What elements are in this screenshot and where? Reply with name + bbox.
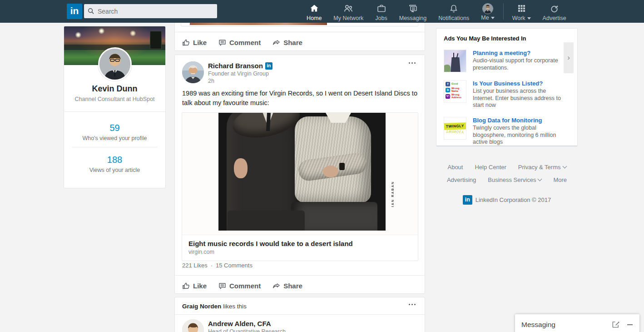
ad-headline[interactable]: Blog Data for Monitoring <box>473 117 564 124</box>
author-headline: Head of Quantitative Research <box>208 328 286 332</box>
messaging-panel[interactable]: Messaging <box>515 314 639 332</box>
search-input[interactable] <box>98 8 207 15</box>
nav-item-jobs[interactable]: Jobs <box>369 0 393 23</box>
stat-profile-views[interactable]: 59 Who's viewed your profile <box>64 119 165 147</box>
nav-item-work[interactable]: Work <box>506 0 537 23</box>
me-avatar <box>482 3 493 14</box>
footer-link-help-center[interactable]: Help Center <box>475 164 506 171</box>
share-button[interactable]: Share <box>272 282 302 290</box>
ad-image-listing[interactable]: f Good b Wrong Name Y! Wrong Address <box>444 80 466 103</box>
jobs-icon <box>376 3 387 14</box>
nav-item-messaging[interactable]: Messaging <box>393 0 432 23</box>
bing-icon: b <box>446 88 450 92</box>
profile-card: Kevin Dunn Channel Consultant at HubSpot… <box>64 26 166 188</box>
ads-title: Ads You May Be Interested In <box>444 35 570 42</box>
linkedin-logo[interactable]: in <box>67 4 82 19</box>
ad-headline[interactable]: Planning a meeting? <box>473 50 564 56</box>
nav-item-my-network[interactable]: My Network <box>327 0 369 23</box>
footer-link-privacy-terms[interactable]: Privacy & Terms <box>518 164 566 171</box>
footer-link-business-services[interactable]: Business Services <box>488 176 541 183</box>
share-icon <box>272 39 280 46</box>
compose-icon <box>612 321 619 328</box>
ad-item-meeting: Planning a meeting? Audio-visual support… <box>444 50 570 72</box>
comment-button[interactable]: Comment <box>218 282 261 290</box>
profile-avatar-photo <box>99 49 130 80</box>
link-domain: virgin.com <box>188 249 411 255</box>
ad-description: Audio-visual support for corporate prese… <box>473 57 564 71</box>
share-button[interactable]: Share <box>272 39 302 46</box>
author-avatar-photo <box>182 61 204 83</box>
overflow-menu-icon[interactable] <box>407 302 417 307</box>
copyright-text: LinkedIn Corporation © 2017 <box>476 196 551 203</box>
linkedin-footer-logo: in <box>463 195 472 205</box>
comment-button[interactable]: Comment <box>218 39 261 46</box>
nav-divider <box>503 3 504 20</box>
profile-name[interactable]: Kevin Dunn <box>69 84 160 94</box>
ad-description: Twingly covers the global blogosphere, m… <box>473 125 564 146</box>
ad-item-listing: f Good b Wrong Name Y! Wrong Address Is … <box>444 80 570 109</box>
like-icon <box>182 39 190 46</box>
author-headline: Founder at Virgin Group <box>208 70 272 77</box>
nav-item-home[interactable]: Home <box>301 0 327 23</box>
profile-headline: Channel Consultant at HubSpot <box>69 96 160 102</box>
nav-item-advertise[interactable]: Advertise <box>537 0 572 23</box>
post-action-bar: Like Comment Share <box>175 34 425 50</box>
post-card-liked: Graig Norden likes this Andrew Alden, CF… <box>174 297 425 332</box>
dot-separator: · <box>211 262 213 269</box>
stat-article-views[interactable]: 188 Views of your article <box>72 147 157 179</box>
nav-item-notifications[interactable]: Notifications <box>432 0 475 23</box>
ad-headline[interactable]: Is Your Business Listed? <box>473 80 564 87</box>
messaging-icon <box>407 3 418 14</box>
post-photo: IAN RABAN <box>182 113 418 235</box>
author-avatar[interactable] <box>182 61 204 83</box>
footer-link-advertising[interactable]: Advertising <box>447 176 476 183</box>
post-link-preview[interactable]: IAN RABAN Eight music records I would ta… <box>182 112 418 261</box>
like-button[interactable]: Like <box>182 282 207 290</box>
link-title[interactable]: Eight music records I would take to a de… <box>188 240 411 247</box>
chevron-down-icon <box>538 177 542 181</box>
like-button[interactable]: Like <box>182 39 207 46</box>
ad-image-podium[interactable] <box>444 50 466 72</box>
author-name[interactable]: Richard Branson <box>208 62 263 70</box>
influencer-badge-icon: in <box>265 62 272 70</box>
minimize-icon <box>627 322 633 328</box>
nav-items: Home My Network Jobs <box>301 0 572 23</box>
footer-link-more[interactable]: More <box>553 176 567 183</box>
like-icon <box>182 282 190 290</box>
search-bar[interactable] <box>84 4 217 18</box>
messaging-title: Messaging <box>521 321 555 329</box>
bw-photo <box>218 113 386 231</box>
profile-avatar[interactable] <box>98 47 132 81</box>
advertise-icon <box>549 3 560 14</box>
notifications-icon <box>448 3 459 14</box>
minimize-messaging-button[interactable] <box>627 322 633 328</box>
likes-count[interactable]: 221 Likes <box>182 262 208 269</box>
work-caret-down-icon <box>527 17 531 20</box>
my-network-icon <box>343 3 354 14</box>
post-card-branson: Richard Branson in Founder at Virgin Gro… <box>174 55 425 294</box>
home-icon <box>309 3 320 14</box>
overflow-menu-icon[interactable] <box>407 60 417 65</box>
ad-image-twingly[interactable]: TWINGLY TWINGLY <box>444 117 466 140</box>
social-actor-name[interactable]: Graig Norden <box>182 303 221 310</box>
ad-description: List your business across the Internet. … <box>473 88 564 109</box>
post-divider <box>175 275 425 276</box>
me-caret-down-icon <box>491 17 495 19</box>
page-footer: About Help Center Privacy & Terms Advert… <box>436 164 578 205</box>
footer-link-about[interactable]: About <box>447 164 463 171</box>
ad-item-twingly: TWINGLY TWINGLY Blog Data for Monitoring… <box>444 117 570 146</box>
author-avatar[interactable] <box>182 319 204 332</box>
yahoo-icon: Y! <box>446 94 450 99</box>
chevron-down-icon <box>562 164 567 169</box>
post-timestamp: 2h <box>208 78 272 84</box>
author-name[interactable]: Andrew Alden, CFA <box>208 320 286 327</box>
comment-icon <box>218 39 226 46</box>
photo-credit: IAN RABAN <box>391 181 394 207</box>
compose-message-button[interactable] <box>612 321 619 328</box>
nav-item-me[interactable]: Me <box>475 0 500 23</box>
author-avatar-photo <box>182 319 204 332</box>
profile-stats: 59 Who's viewed your profile 188 Views o… <box>64 111 165 188</box>
comments-count[interactable]: 15 Comments <box>216 262 253 269</box>
copyright-row: in LinkedIn Corporation © 2017 <box>436 195 578 205</box>
ads-next-button[interactable]: › <box>564 42 574 73</box>
